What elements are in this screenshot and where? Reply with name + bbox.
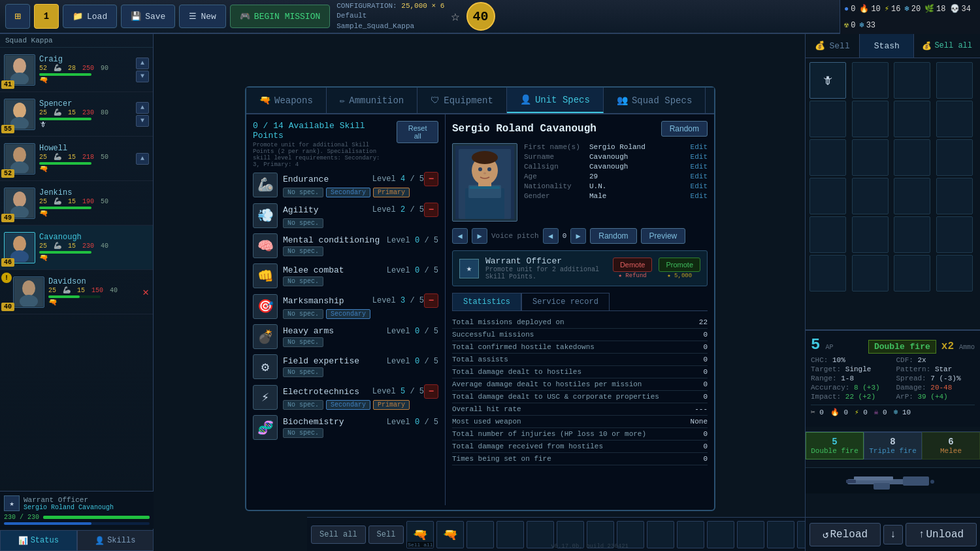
tab-equipment[interactable]: 🛡 Equipment [417,88,507,113]
stash-cell-20[interactable] [936,216,973,253]
stash-cell-2[interactable] [852,62,889,99]
download-button[interactable]: ↓ [883,525,903,544]
stash-cell-15[interactable] [894,178,930,214]
tab-unit-specs[interactable]: 👤 Unit Specs [507,88,604,113]
stash-cell-10[interactable] [852,139,889,176]
melee-fire-tab[interactable]: 6 Melee [922,432,980,459]
agility-minus-button[interactable]: − [424,203,438,217]
double-fire-tab[interactable]: 5 Double fire [806,432,864,459]
triple-fire-tab[interactable]: 8 Triple fire [864,432,922,459]
status-tab[interactable]: 📊 Status [0,530,77,551]
stash-cell-3[interactable] [894,62,930,99]
inv-slot-10[interactable] [677,521,704,548]
tab-squad-specs[interactable]: 👥 Squad Specs [604,88,706,113]
stash-cell-12[interactable] [936,139,973,176]
edit-nationality-button[interactable]: Edit [691,182,708,190]
stash-cell-19[interactable] [894,216,930,253]
demote-button[interactable]: Demote [613,258,653,272]
stash-cell-22[interactable] [852,255,889,292]
inv-slot-9[interactable] [647,521,674,548]
stash-cell-17[interactable] [809,216,846,253]
stash-cell-21[interactable] [809,255,846,292]
stash-cell-16[interactable] [936,178,973,214]
favorite-button[interactable]: ☆ [451,8,459,25]
level-jenkins: 49 [1,214,14,222]
inv-slot-1[interactable]: 🔫 Sell all [406,521,434,548]
tab-ammunition[interactable]: ✏ Ammunition [327,88,417,113]
edit-gender-button[interactable]: Edit [691,192,708,200]
new-button[interactable]: ☰ New [179,5,225,28]
arrow-controls-spencer[interactable]: ▲ ▼ [136,102,149,127]
inv-slot-3[interactable] [466,521,494,548]
squad-member-howell[interactable]: Howell 25 🦾 15 218 50 🔫 ▲ 52 [0,137,153,181]
sell-icon: 💰 [815,41,825,51]
arrow-controls-howell[interactable]: ▲ [136,153,149,165]
portrait-next-button[interactable]: ▶ [472,228,487,244]
inv-slot-11[interactable] [707,521,734,548]
voice-down-button[interactable]: ◀ [543,228,559,244]
arrow-controls-craig[interactable]: ▲ ▼ [136,58,149,82]
portrait-prev-button[interactable]: ◀ [452,228,468,244]
sell-all-stash-button[interactable]: 💰 Sell all [914,34,980,58]
sell-tab[interactable]: 💰 Sell [806,34,860,58]
promote-button[interactable]: Promote [659,258,700,272]
statistics-tab[interactable]: Statistics [452,293,521,310]
stash-cell-23[interactable] [894,255,930,292]
stash-cell-1[interactable]: 🗡 [809,62,846,99]
load-button[interactable]: 📁 Load [63,5,117,28]
squad-member-jenkins[interactable]: Jenkins 25 🦾 15 190 50 🔫 49 [0,181,153,225]
endurance-icon: 🦾 [257,176,274,193]
stash-cell-14[interactable] [852,178,889,214]
endurance-minus-button[interactable]: − [424,172,438,186]
stash-cell-11[interactable] [894,139,930,176]
preview-voice-button[interactable]: Preview [641,228,686,244]
stash-cell-8[interactable] [936,101,973,137]
squad-member-cavanough[interactable]: Cavanough 25 🦾 15 230 40 🔫 46 [0,225,153,270]
stash-cell-7[interactable] [894,101,930,137]
bottom-tabs[interactable]: 📊 Status 👤 Skills [0,530,154,551]
voice-up-button[interactable]: ▶ [570,228,586,244]
marksmanship-minus-button[interactable]: − [424,293,438,308]
inv-slot-4[interactable] [497,521,524,548]
skill-mental: 🧠 Mental conditioning Level 0 / 5 No spe… [253,233,438,258]
begin-mission-button[interactable]: 🎮 BEGIN MISSION [230,5,330,28]
random-name-button[interactable]: Random [661,121,708,137]
stash-cell-4[interactable] [936,62,973,99]
stash-cell-18[interactable] [852,216,889,253]
stash-tab[interactable]: Stash [860,34,914,58]
inv-slot-2[interactable]: 🔫 [436,521,464,548]
reset-all-button[interactable]: Reset all [397,121,438,143]
reload-button[interactable]: ↺ Reload [809,523,881,546]
edit-callsign-button[interactable]: Edit [691,163,708,171]
tab-weapons[interactable]: 🔫 Weapons [246,88,327,113]
edit-firstname-button[interactable]: Edit [691,143,708,151]
sell-all-bottom-button[interactable]: Sell all [311,526,366,544]
squad-member-davidson[interactable]: ! Davidson 25 🦾 15 150 40 🔫 ✕ 40 [0,270,153,314]
inv-slot-13[interactable] [767,521,794,548]
skills-tab[interactable]: 👤 Skills [77,530,154,551]
electro-minus-button[interactable]: − [424,384,438,399]
stash-cell-24[interactable] [936,255,973,292]
svg-rect-32 [854,476,893,480]
stash-cell-6[interactable] [852,101,889,137]
inv-slot-5[interactable] [527,521,554,548]
stash-item-1-icon: 🗡 [822,74,834,88]
unload-button[interactable]: ↑ Unload [906,523,977,546]
stash-cell-5[interactable] [809,101,846,137]
config-info: CONFIGURATION: 25,000 × 6 Default Sample… [336,1,444,31]
stash-cell-13[interactable] [809,178,846,214]
random-voice-button[interactable]: Random [590,228,636,244]
edit-age-button[interactable]: Edit [691,173,708,180]
home-button[interactable]: ⊞ [5,4,30,29]
edit-surname-button[interactable]: Edit [691,153,708,161]
character-panel: 🔫 Weapons ✏ Ammunition 🛡 Equipment 👤 Uni… [245,86,715,511]
service-record-tab[interactable]: Service record [521,293,610,310]
squad-member-spencer[interactable]: Spencer 25 🦾 15 230 80 🗡 ▲ ▼ 55 [0,92,153,137]
sell-bottom-button[interactable]: Sell [368,526,404,544]
save-button[interactable]: 💾 Save [121,5,175,28]
inv-slot-12[interactable] [737,521,764,548]
squad-member-craig[interactable]: Craig 52 🦾 28 250 90 🔫 ▲ ▼ 41 [0,48,153,92]
ammo-type-badge: x2 [941,341,954,352]
stash-cell-9[interactable] [809,139,846,176]
svg-point-10 [13,192,26,207]
